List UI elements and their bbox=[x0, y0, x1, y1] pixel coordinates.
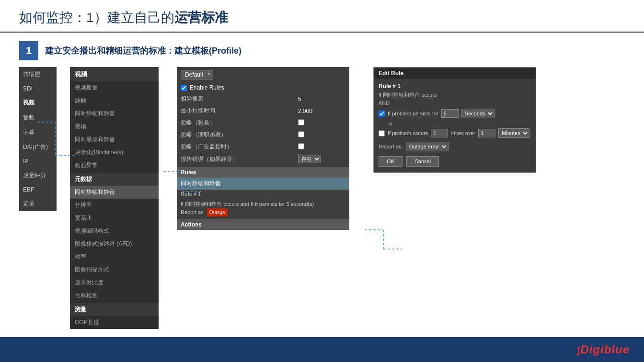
dialog-rule-condition1: If 同时静帧和静音 occurs bbox=[379, 91, 531, 99]
setting-row-ignore-credits: 忽略（演职员表） bbox=[177, 129, 349, 141]
cancel-button[interactable]: Cancel bbox=[406, 156, 439, 167]
occurs-value-input[interactable] bbox=[431, 129, 448, 137]
persists-value-input[interactable] bbox=[441, 109, 459, 118]
sidebar-left: 传输层 SDI 视频 音频 字幕 DAI(广告) IP 质量评分 EBP 记录 bbox=[19, 67, 57, 211]
setting-checkbox-ignore-ad bbox=[294, 141, 349, 153]
times-over-label: times over bbox=[451, 130, 475, 136]
ignore-color-checkbox[interactable] bbox=[298, 119, 304, 125]
dialog-report-row: Report as: Outage error bbox=[379, 142, 531, 151]
section-header: 1 建立安全播出和精细运营的标准：建立模板(Profile) bbox=[0, 33, 644, 67]
sidebar-item-chuanshuceng[interactable]: 传输层 bbox=[19, 67, 57, 82]
setting-label-ignore-credits: 忽略（演职员表） bbox=[177, 129, 294, 141]
dialog-rule-num: Rule # 1 bbox=[379, 83, 531, 90]
sidebar-item-shipin[interactable]: 视频 bbox=[19, 95, 57, 110]
dialog-persists-row: If problem persists for Seconds bbox=[379, 109, 531, 118]
setting-label-report-error: 报告错误（如果静音） bbox=[177, 153, 294, 165]
main-content: 传输层 SDI 视频 音频 字幕 DAI(广告) IP 质量评分 EBP 记录 … bbox=[0, 67, 644, 329]
middle-item-bianmageshi[interactable]: 视频编码格式 bbox=[70, 225, 159, 238]
dialog-buttons: OK Cancel bbox=[379, 156, 531, 169]
rule1-report-label: Report as bbox=[181, 209, 204, 215]
middle-item-logo[interactable]: 台标检测 bbox=[70, 289, 159, 302]
page-title: 如何监控：1）建立自己的运营标准 bbox=[19, 9, 625, 27]
setting-checkbox-ignore-credits bbox=[294, 129, 349, 141]
sidebar-item-ip[interactable]: IP bbox=[19, 155, 57, 168]
middle-item-tongshijingzhen2[interactable]: 同时静帧和静音 bbox=[70, 186, 159, 199]
middle-item-tongshijingzhen[interactable]: 同时静帧和静音 bbox=[70, 107, 159, 120]
setting-select-report-error: 存在 bbox=[294, 153, 349, 165]
middle-item-kuangaobi[interactable]: 宽高比 bbox=[70, 212, 159, 225]
rule1-label: Rule # 1 bbox=[177, 190, 349, 198]
dialog-rule-and: AND bbox=[379, 100, 531, 106]
dialog-or-label: or bbox=[388, 121, 531, 126]
sidebar-item-record[interactable]: 记录 bbox=[19, 196, 57, 211]
report-label: Report as: bbox=[379, 144, 403, 149]
occurs-label: If problem occurs bbox=[388, 130, 428, 136]
middle-item-huamian[interactable]: 画面异常 bbox=[70, 159, 159, 172]
dialog-titlebar: Edit Rule bbox=[374, 68, 536, 79]
setting-row-mintime: 最小持续时间 2,000 bbox=[177, 105, 349, 117]
middle-item-gop[interactable]: GOP长度 bbox=[70, 316, 159, 329]
rule-highlighted[interactable]: 同时静帧和静音 bbox=[177, 178, 349, 190]
center-panel-header: Default bbox=[177, 67, 349, 82]
setting-row-ignore-color: 忽略（彩条） bbox=[177, 117, 349, 129]
setting-checkbox-ignore-color bbox=[294, 117, 349, 129]
panels-wrapper: 传输层 SDI 视频 音频 字幕 DAI(广告) IP 质量评分 EBP 记录 … bbox=[19, 67, 536, 329]
default-dropdown[interactable]: Default bbox=[181, 70, 213, 79]
middle-item-blockiness[interactable]: 块状化(Blockiness) bbox=[70, 146, 159, 159]
enable-rules-row: Enable Rules bbox=[177, 82, 349, 93]
enable-rules-label: Enable Rules bbox=[190, 84, 224, 91]
dialog-occurs-row: If problem occurs times over Minutes bbox=[379, 128, 531, 138]
number-badge: 1 bbox=[19, 41, 38, 60]
sidebar-item-ebp[interactable]: EBP bbox=[19, 183, 57, 196]
setting-label-pixeldiff: 相异像素 bbox=[177, 93, 294, 105]
report-error-select[interactable]: 存在 bbox=[298, 155, 321, 163]
setting-row-report-error: 报告错误（如果静音） 存在 bbox=[177, 153, 349, 165]
setting-value-pixeldiff: 5 bbox=[294, 93, 349, 105]
settings-table: 相异像素 5 最小持续时间 2,000 忽略（彩条） 忽略（演职员表） 忽略（广… bbox=[177, 93, 349, 165]
setting-label-mintime: 最小持续时间 bbox=[177, 105, 294, 117]
section-title: 建立安全播出和精细运营的标准：建立模板(Profile) bbox=[45, 45, 242, 57]
middle-section2-label: 元数据 bbox=[70, 173, 159, 186]
sidebar-item-sdi[interactable]: SDI bbox=[19, 82, 57, 95]
middle-section3-label: 测量 bbox=[70, 303, 159, 316]
setting-label-ignore-color: 忽略（彩条） bbox=[177, 117, 294, 129]
middle-item-scan[interactable]: 图像扫描方式 bbox=[70, 263, 159, 276]
middle-section1-label: 视频 bbox=[70, 67, 159, 81]
occurs-checkbox[interactable] bbox=[379, 130, 385, 136]
setting-value-mintime: 2,000 bbox=[294, 105, 349, 117]
middle-item-heichang[interactable]: 黑场 bbox=[70, 120, 159, 133]
middle-item-afd[interactable]: 图像格式描述符 (AFD) bbox=[70, 238, 159, 250]
sidebar-item-dai[interactable]: DAI(广告) bbox=[19, 140, 57, 155]
logo-brand: Digiblue bbox=[580, 343, 630, 356]
report-select[interactable]: Outage error bbox=[406, 142, 448, 151]
middle-item-contrast[interactable]: 显示对比度 bbox=[70, 276, 159, 289]
page-footer: ∫Digiblue bbox=[0, 337, 644, 362]
over-value-input[interactable] bbox=[478, 129, 495, 137]
edit-rule-dialog: Edit Rule Rule # 1 If 同时静帧和静音 occurs AND… bbox=[373, 67, 536, 173]
panel-middle: 视频 视频质量 静帧 同时静帧和静音 黑场 同时黑场和静音 块状化(Blocki… bbox=[70, 67, 159, 329]
dialog-body: Rule # 1 If 同时静帧和静音 occurs AND If proble… bbox=[374, 79, 536, 172]
sidebar-item-zimu[interactable]: 字幕 bbox=[19, 125, 57, 140]
middle-item-jingzhen[interactable]: 静帧 bbox=[70, 94, 159, 107]
rule1-desc: If 同时静帧和静音 occurs and If it persists for… bbox=[177, 198, 349, 218]
middle-item-tongshiheichang[interactable]: 同时黑场和静音 bbox=[70, 133, 159, 146]
sidebar-item-quality[interactable]: 质量评分 bbox=[19, 168, 57, 183]
center-panel: Default Enable Rules 相异像素 5 最小持续时间 2,000… bbox=[177, 67, 349, 230]
ignore-credits-checkbox[interactable] bbox=[298, 131, 304, 137]
minutes-select[interactable]: Minutes bbox=[498, 128, 529, 138]
seconds-select[interactable]: Seconds bbox=[461, 109, 494, 118]
middle-item-fenbianv[interactable]: 分辨率 bbox=[70, 199, 159, 212]
middle-item-shipinzhiliang[interactable]: 视频质量 bbox=[70, 81, 159, 94]
setting-row-pixeldiff: 相异像素 5 bbox=[177, 93, 349, 105]
setting-label-ignore-ad: 忽略（广告监控时） bbox=[177, 141, 294, 153]
persists-checkbox[interactable] bbox=[379, 111, 385, 117]
enable-rules-checkbox[interactable] bbox=[181, 85, 187, 91]
logo: ∫Digiblue bbox=[577, 343, 630, 356]
rules-section-header: Rules bbox=[177, 167, 349, 178]
middle-item-framerate[interactable]: 帧率 bbox=[70, 250, 159, 263]
ok-button[interactable]: OK bbox=[379, 156, 402, 167]
rule1-desc-text: If 同时静帧和静音 occurs and If it persists for… bbox=[181, 201, 314, 207]
ignore-ad-checkbox[interactable] bbox=[298, 143, 304, 149]
sidebar-item-yinpin[interactable]: 音频 bbox=[19, 110, 57, 125]
page-header: 如何监控：1）建立自己的运营标准 bbox=[0, 0, 644, 33]
